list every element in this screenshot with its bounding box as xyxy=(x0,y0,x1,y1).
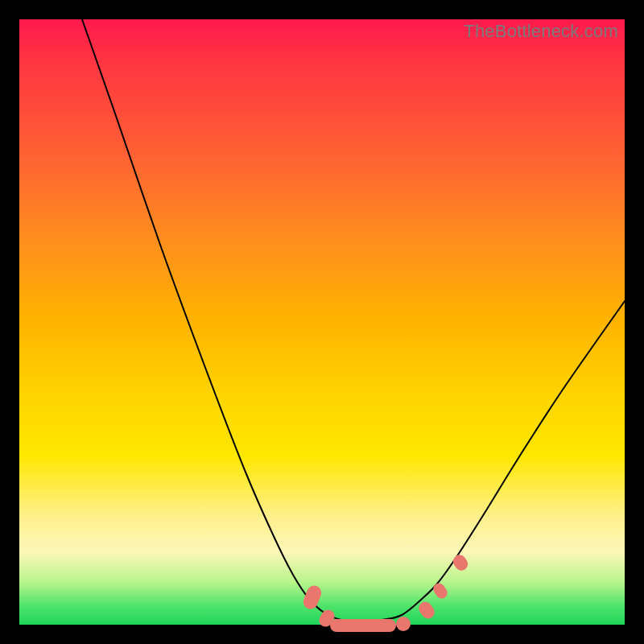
chart-frame: TheBottleneck.com xyxy=(0,0,644,644)
curve-marker xyxy=(301,584,324,612)
curve-marker xyxy=(416,599,437,621)
plot-area: TheBottleneck.com xyxy=(19,19,625,625)
bottleneck-curve xyxy=(82,19,625,621)
curve-marker xyxy=(431,581,450,601)
marker-layer xyxy=(301,552,470,632)
curve-marker xyxy=(451,552,471,573)
curve-marker xyxy=(396,617,411,631)
curve-marker xyxy=(330,619,396,632)
curve-layer xyxy=(19,19,625,625)
